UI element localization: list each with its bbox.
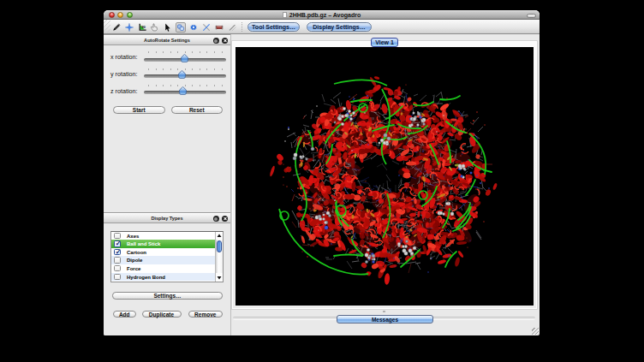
svg-text:90: 90 <box>141 25 146 29</box>
